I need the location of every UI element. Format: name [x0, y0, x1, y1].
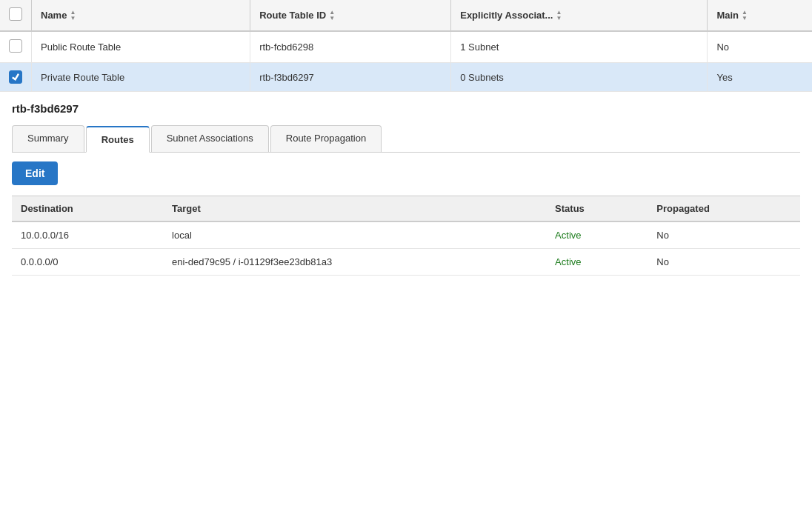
- routes-col-destination: Destination: [12, 196, 163, 222]
- selected-route-table-id: rtb-f3bd6297: [12, 102, 800, 115]
- route-destination: 10.0.0.0/16: [12, 221, 163, 249]
- row-checkbox[interactable]: [9, 70, 22, 84]
- tab-summary[interactable]: Summary: [12, 125, 84, 152]
- row-checkbox[interactable]: [9, 39, 22, 53]
- edit-button[interactable]: Edit: [12, 161, 58, 185]
- row-name: Private Route Table: [32, 63, 250, 92]
- row-main: No: [708, 31, 812, 63]
- select-all-header[interactable]: [0, 0, 32, 31]
- route-propagated: No: [648, 249, 800, 276]
- row-explicitly-associated: 0 Subnets: [451, 63, 708, 92]
- select-all-checkbox[interactable]: [9, 7, 22, 21]
- routes-content: Edit Destination Target Status Propagate…: [12, 153, 800, 276]
- col-header-route-table-id[interactable]: Route Table ID ▲▼: [250, 0, 451, 31]
- main-sort-icon: ▲▼: [742, 10, 748, 21]
- route-row: 10.0.0.0/16localActiveNo: [12, 221, 800, 249]
- tab-routes[interactable]: Routes: [86, 126, 150, 153]
- route-table-id-sort-icon: ▲▼: [329, 10, 335, 21]
- name-sort-icon: ▲▼: [70, 10, 76, 21]
- routes-col-propagated: Propagated: [648, 196, 800, 222]
- col-header-explicitly-associated[interactable]: Explicitly Associat... ▲▼: [451, 0, 708, 31]
- route-target: eni-ded79c95 / i-01129f3ee23db81a3: [163, 249, 546, 276]
- route-status: Active: [546, 221, 648, 249]
- route-row: 0.0.0.0/0eni-ded79c95 / i-01129f3ee23db8…: [12, 249, 800, 276]
- table-row[interactable]: Public Route Tablertb-fcbd62981 SubnetNo: [0, 31, 812, 63]
- route-status: Active: [546, 249, 648, 276]
- row-route-table-id: rtb-f3bd6297: [250, 63, 451, 92]
- tab-subnet-associations[interactable]: Subnet Associations: [151, 125, 269, 152]
- routes-table: Destination Target Status Propagated 10.…: [12, 196, 800, 276]
- row-name: Public Route Table: [32, 31, 250, 63]
- route-tables-table: Name ▲▼ Route Table ID ▲▼ Explicitly Ass…: [0, 0, 812, 92]
- col-header-main[interactable]: Main ▲▼: [708, 0, 812, 31]
- routes-col-target: Target: [163, 196, 546, 222]
- detail-section: rtb-f3bd6297 Summary Routes Subnet Assoc…: [0, 92, 812, 276]
- tab-route-propagation[interactable]: Route Propagation: [270, 125, 382, 152]
- row-explicitly-associated: 1 Subnet: [451, 31, 708, 63]
- table-row[interactable]: Private Route Tablertb-f3bd62970 Subnets…: [0, 63, 812, 92]
- row-main: Yes: [708, 63, 812, 92]
- route-destination: 0.0.0.0/0: [12, 249, 163, 276]
- route-propagated: No: [648, 221, 800, 249]
- tabs-container: Summary Routes Subnet Associations Route…: [12, 125, 800, 153]
- explicitly-associated-sort-icon: ▲▼: [556, 10, 562, 21]
- col-header-name[interactable]: Name ▲▼: [32, 0, 250, 31]
- routes-col-status: Status: [546, 196, 648, 222]
- route-target: local: [163, 221, 546, 249]
- row-route-table-id: rtb-fcbd6298: [250, 31, 451, 63]
